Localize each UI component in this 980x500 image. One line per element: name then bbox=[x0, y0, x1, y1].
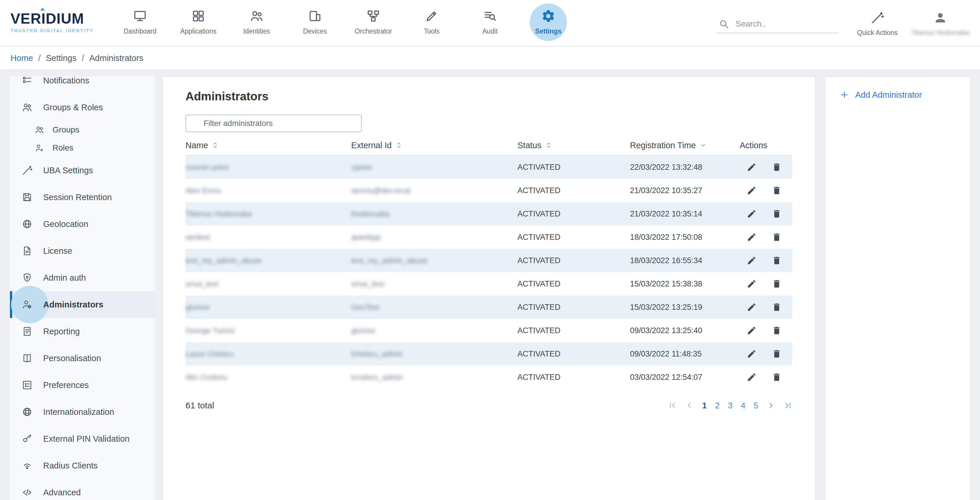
edit-button[interactable] bbox=[746, 324, 758, 337]
nav-item-orchestrator[interactable]: Orchestrator bbox=[345, 0, 401, 46]
sidebar-item-notifications[interactable]: Notifications bbox=[10, 76, 155, 94]
content: NotificationsGroups & RolesGroupsRolesUB… bbox=[0, 70, 980, 500]
column-header-status[interactable]: Status bbox=[517, 141, 630, 150]
nav-item-label: Dashboard bbox=[124, 27, 157, 35]
sidebar-item-internationalization[interactable]: Internationalization bbox=[10, 398, 155, 425]
registration-time-cell: 09/03/2022 11:48:35 bbox=[630, 349, 740, 358]
audit-icon bbox=[483, 9, 497, 23]
edit-button[interactable] bbox=[746, 254, 758, 267]
breadcrumb: Home / Settings / Administrators bbox=[0, 47, 980, 70]
admin-name-cell: smut_test bbox=[186, 279, 351, 288]
delete-button[interactable] bbox=[771, 161, 783, 173]
sidebar-item-uba-settings[interactable]: UBA Settings bbox=[10, 157, 155, 184]
add-administrator-button[interactable]: Add Administrator bbox=[839, 90, 956, 100]
delete-button[interactable] bbox=[771, 185, 783, 197]
globe-icon bbox=[22, 218, 33, 229]
sidebar-item-preferences[interactable]: Preferences bbox=[10, 372, 155, 398]
logo-tagline: TRUSTED DIGITAL IDENTITY bbox=[11, 28, 98, 33]
sidebar-item-label: Admin auth bbox=[43, 273, 86, 283]
user-menu[interactable]: Tiberius Hodoroaba bbox=[916, 10, 965, 37]
search-input[interactable] bbox=[734, 19, 828, 29]
next-page-button[interactable] bbox=[767, 401, 775, 410]
admin-name-cell: Tiberius Hodoroaba bbox=[186, 209, 351, 218]
external-id-cell: smut_test bbox=[351, 279, 517, 288]
delete-button[interactable] bbox=[771, 371, 783, 383]
sidebar-item-label: UBA Settings bbox=[43, 166, 93, 175]
nav-item-tools[interactable]: Tools bbox=[404, 0, 460, 46]
actions-cell bbox=[740, 231, 795, 243]
table-header: NameExternal IdStatusRegistration TimeAc… bbox=[186, 135, 792, 156]
sidebar-item-radius-clients[interactable]: Radius Clients bbox=[10, 452, 155, 479]
breadcrumb-separator: / bbox=[82, 53, 84, 63]
nav-item-devices[interactable]: Devices bbox=[287, 0, 343, 46]
edit-button[interactable] bbox=[746, 301, 758, 313]
actions-cell bbox=[740, 324, 795, 337]
administrators-panel: Administrators NameExternal IdStatusRegi… bbox=[162, 76, 816, 500]
pencil-icon bbox=[747, 232, 757, 242]
last-page-button[interactable] bbox=[783, 401, 792, 410]
wand-icon bbox=[22, 165, 33, 176]
external-id: lchelaru_admin bbox=[351, 349, 402, 358]
page-1-button[interactable]: 1 bbox=[702, 401, 707, 411]
first-page-button[interactable] bbox=[668, 401, 677, 410]
edit-button[interactable] bbox=[746, 208, 758, 220]
nav-item-identities[interactable]: Identities bbox=[229, 0, 285, 46]
admin-name: cosmin petre bbox=[186, 163, 229, 172]
sidebar-item-geolocation[interactable]: Geolocation bbox=[10, 211, 155, 237]
sidebar-item-roles[interactable]: Roles bbox=[10, 139, 155, 157]
delete-button[interactable] bbox=[771, 254, 783, 267]
delete-button[interactable] bbox=[771, 231, 783, 243]
sidebar-item-personalisation[interactable]: Personalisation bbox=[10, 345, 155, 372]
breadcrumb-home[interactable]: Home bbox=[11, 53, 33, 63]
delete-button[interactable] bbox=[771, 208, 783, 220]
external-id: thodoroaba bbox=[351, 209, 390, 218]
page-3-button[interactable]: 3 bbox=[728, 401, 733, 411]
edit-button[interactable] bbox=[746, 371, 758, 383]
quick-actions-button[interactable]: Quick Actions bbox=[853, 10, 902, 37]
sidebar-item-label: Groups bbox=[52, 125, 80, 134]
nav-item-dashboard[interactable]: Dashboard bbox=[112, 0, 168, 46]
nav-item-applications[interactable]: Applications bbox=[170, 0, 226, 46]
veridium-logo[interactable]: VERIDIUM TRUSTED DIGITAL IDENTITY bbox=[11, 0, 98, 46]
sidebar-item-license[interactable]: License bbox=[10, 237, 155, 264]
nav-item-audit[interactable]: Audit bbox=[462, 0, 518, 46]
sidebar-item-administrators[interactable]: Administrators bbox=[10, 291, 155, 318]
column-header-external-id[interactable]: External Id bbox=[351, 141, 517, 150]
prev-page-button[interactable] bbox=[685, 401, 694, 410]
page-2-button[interactable]: 2 bbox=[715, 401, 719, 411]
total-count: 61 total bbox=[186, 401, 214, 411]
delete-button[interactable] bbox=[771, 324, 783, 337]
trash-icon bbox=[772, 372, 782, 382]
admin-name-cell: gturissi bbox=[186, 303, 351, 312]
external-id-cell: lcroitoru_admin bbox=[351, 373, 517, 382]
people-icon bbox=[34, 125, 45, 135]
column-header-registration-time[interactable]: Registration Time bbox=[630, 141, 740, 150]
nav-item-settings[interactable]: Settings bbox=[520, 0, 576, 46]
delete-button[interactable] bbox=[771, 278, 783, 290]
sidebar-item-external-pin-validation[interactable]: External PIN Validation bbox=[10, 425, 155, 452]
delete-button[interactable] bbox=[771, 348, 783, 360]
sidebar-item-groups-roles[interactable]: Groups & Roles bbox=[10, 94, 155, 121]
sidebar-item-groups[interactable]: Groups bbox=[10, 121, 155, 139]
edit-button[interactable] bbox=[746, 348, 758, 360]
filter-administrators-input[interactable] bbox=[186, 115, 362, 132]
breadcrumb-settings[interactable]: Settings bbox=[46, 53, 76, 63]
top-navigation: DashboardApplicationsIdentitiesDevicesOr… bbox=[112, 0, 576, 46]
column-header-name[interactable]: Name bbox=[186, 141, 351, 150]
external-id-cell: test_my_admin_abuse bbox=[351, 256, 517, 265]
edit-button[interactable] bbox=[746, 161, 758, 173]
page-5-button[interactable]: 5 bbox=[754, 401, 758, 411]
trash-icon bbox=[772, 349, 782, 359]
edit-button[interactable] bbox=[746, 185, 758, 197]
delete-button[interactable] bbox=[771, 301, 783, 313]
sidebar-item-label: Reporting bbox=[43, 327, 80, 336]
pencil-icon bbox=[747, 186, 757, 196]
sidebar-item-reporting[interactable]: Reporting bbox=[10, 318, 155, 345]
sidebar-item-advanced[interactable]: Advanced bbox=[10, 479, 155, 500]
sidebar-item-session-retention[interactable]: Session Retention bbox=[10, 184, 155, 211]
status-cell: ACTIVATED bbox=[517, 233, 630, 242]
actions-cell bbox=[740, 348, 795, 360]
edit-button[interactable] bbox=[746, 231, 758, 243]
edit-button[interactable] bbox=[746, 278, 758, 290]
page-4-button[interactable]: 4 bbox=[741, 401, 746, 411]
